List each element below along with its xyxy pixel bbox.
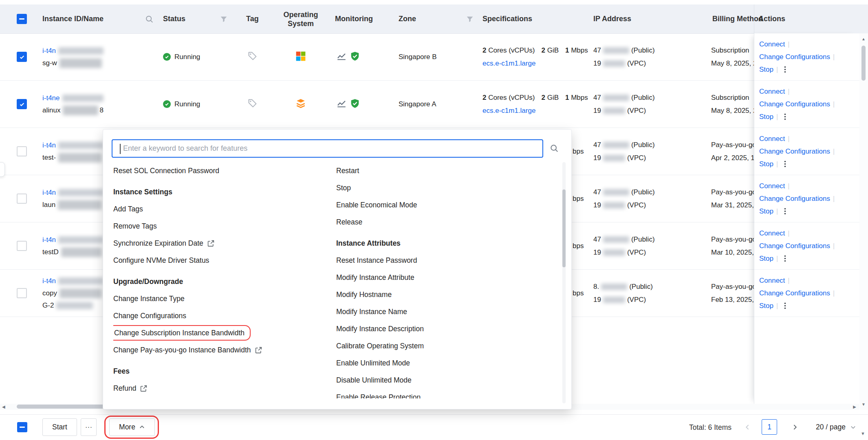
action-connect-link[interactable]: Connect bbox=[759, 135, 785, 143]
dropdown-scrollbar-thumb[interactable] bbox=[562, 189, 566, 267]
menu-item-reset-instance-password[interactable]: Reset Instance Password bbox=[336, 252, 417, 269]
kebab-menu-icon[interactable] bbox=[781, 160, 789, 168]
row-checkbox[interactable] bbox=[17, 288, 27, 298]
menu-item-change-pay-as-you-go-instance-bandwidth[interactable]: Change Pay-as-you-go Instance Bandwidth bbox=[113, 341, 262, 359]
spec-summary: 2 Cores (vCPUs)2 GiB1 Mbps bbox=[482, 45, 595, 56]
menu-item-stop[interactable]: Stop bbox=[336, 179, 351, 196]
action-connect-link[interactable]: Connect bbox=[759, 182, 785, 190]
kebab-menu-icon[interactable] bbox=[781, 255, 789, 262]
menu-item-enable-release-protection[interactable]: Enable Release Protection bbox=[336, 389, 421, 398]
action-stop-link[interactable]: Stop bbox=[759, 207, 773, 216]
menu-item-synchronize-expiration-date[interactable]: Synchronize Expiration Date bbox=[113, 235, 215, 252]
instance-type-link[interactable]: ecs.e-c1m1.large bbox=[482, 105, 535, 116]
scroll-down-arrow-icon[interactable]: ▼ bbox=[861, 401, 866, 407]
tag-icon[interactable] bbox=[248, 99, 257, 110]
menu-item-disable-unlimited-mode[interactable]: Disable Unlimited Mode bbox=[336, 372, 412, 389]
footer-select-checkbox[interactable] bbox=[17, 422, 27, 432]
menu-item-add-tags[interactable]: Add Tags bbox=[113, 200, 143, 218]
security-shield-icon[interactable] bbox=[350, 99, 360, 110]
instance-id-link[interactable]: i-t4n bbox=[42, 140, 56, 151]
kebab-menu-icon[interactable] bbox=[781, 66, 789, 73]
page-size-select[interactable]: 20 / page bbox=[816, 423, 856, 431]
menu-item-modify-instance-name[interactable]: Modify Instance Name bbox=[336, 303, 407, 320]
instance-id-link[interactable]: i-t4ne bbox=[42, 93, 60, 103]
menu-item-release[interactable]: Release bbox=[336, 213, 362, 231]
menu-item-change-subscription-instance-bandwidth[interactable]: Change Subscription Instance Bandwidth bbox=[113, 325, 251, 341]
scroll-up-arrow-icon[interactable]: ▲ bbox=[861, 36, 866, 42]
left-edge-handle[interactable] bbox=[0, 162, 5, 177]
instance-type-link[interactable]: ecs.e-c1m1.large bbox=[482, 58, 535, 69]
instance-id-link[interactable]: i-t4n bbox=[42, 46, 56, 56]
action-change-configurations-link[interactable]: Change Configurations bbox=[759, 53, 830, 61]
menu-item-reset-sol-connection-password[interactable]: Reset SOL Connection Password bbox=[113, 162, 219, 179]
row-checkbox[interactable] bbox=[17, 99, 27, 109]
next-page-button[interactable] bbox=[791, 424, 798, 431]
action-connect-link[interactable]: Connect bbox=[759, 229, 785, 238]
prev-page-button[interactable] bbox=[744, 424, 751, 431]
dropdown-menu-right: RestartStopEnable Economical ModeRelease… bbox=[336, 162, 548, 398]
action-stop-link[interactable]: Stop bbox=[759, 66, 773, 74]
action-change-configurations-link[interactable]: Change Configurations bbox=[759, 242, 830, 250]
security-shield-icon[interactable] bbox=[350, 51, 360, 63]
action-connect-link[interactable]: Connect bbox=[759, 88, 785, 96]
instance-id-link[interactable]: i-t4n bbox=[42, 187, 56, 198]
menu-item-modify-hostname[interactable]: Modify Hostname bbox=[336, 286, 392, 303]
menu-item-modify-instance-description[interactable]: Modify Instance Description bbox=[336, 320, 424, 337]
instance-name: sg-w bbox=[42, 58, 104, 68]
column-header-zone: Zone bbox=[399, 4, 416, 33]
zone-filter-icon[interactable] bbox=[466, 15, 474, 23]
scroll-right-arrow-icon[interactable]: ▶ bbox=[853, 404, 856, 410]
column-label: Operating System bbox=[277, 10, 324, 28]
menu-item-modify-instance-attribute[interactable]: Modify Instance Attribute bbox=[336, 269, 414, 286]
instance-search-icon[interactable] bbox=[145, 15, 154, 23]
instance-id-link[interactable]: i-t4n bbox=[42, 235, 56, 245]
ip-vpc: 19(VPC) bbox=[593, 294, 653, 305]
column-header-actions: Actions bbox=[758, 4, 785, 33]
status-label: Running bbox=[174, 100, 200, 108]
kebab-menu-icon[interactable] bbox=[781, 302, 789, 310]
kebab-menu-icon[interactable] bbox=[781, 207, 789, 215]
menu-item-enable-economical-mode[interactable]: Enable Economical Mode bbox=[336, 196, 417, 213]
menu-item-remove-tags[interactable]: Remove Tags bbox=[113, 218, 157, 235]
kebab-menu-icon[interactable] bbox=[781, 113, 789, 121]
action-change-configurations-link[interactable]: Change Configurations bbox=[759, 147, 830, 156]
action-stop-link[interactable]: Stop bbox=[759, 302, 773, 310]
row-checkbox[interactable] bbox=[17, 52, 27, 62]
search-icon[interactable] bbox=[550, 144, 559, 153]
instance-id-link[interactable]: i-t4n bbox=[42, 276, 56, 286]
batch-ellipsis-button[interactable]: ··· bbox=[81, 418, 97, 436]
status-filter-icon[interactable] bbox=[220, 15, 227, 23]
row-checkbox[interactable] bbox=[17, 194, 27, 204]
current-page-button[interactable]: 1 bbox=[762, 419, 777, 435]
action-connect-link[interactable]: Connect bbox=[759, 40, 785, 48]
action-stop-link[interactable]: Stop bbox=[759, 255, 773, 263]
billing-method: Subscription bbox=[711, 45, 754, 56]
menu-item-configure-nvme-driver-status[interactable]: Configure NVMe Driver Status bbox=[113, 252, 209, 269]
monitoring-chart-icon[interactable] bbox=[337, 99, 346, 110]
menu-item-restart[interactable]: Restart bbox=[336, 162, 359, 179]
redacted-text bbox=[603, 236, 629, 243]
action-change-configurations-link[interactable]: Change Configurations bbox=[759, 195, 830, 203]
action-change-configurations-link[interactable]: Change Configurations bbox=[759, 100, 830, 108]
menu-item-change-configurations[interactable]: Change Configurations bbox=[113, 307, 186, 324]
select-all-checkbox[interactable] bbox=[17, 14, 27, 24]
start-button[interactable]: Start bbox=[42, 418, 77, 436]
scroll-left-arrow-icon[interactable]: ◀ bbox=[2, 404, 5, 410]
page-scroll-down-arrow-icon[interactable]: ▼ bbox=[861, 431, 865, 436]
action-stop-link[interactable]: Stop bbox=[759, 113, 773, 121]
action-change-configurations-link[interactable]: Change Configurations bbox=[759, 289, 830, 297]
more-button[interactable]: More bbox=[109, 418, 155, 436]
menu-item-refund[interactable]: Refund bbox=[113, 380, 148, 397]
menu-item-enable-unlimited-mode[interactable]: Enable Unlimited Mode bbox=[336, 354, 410, 372]
feature-search-input[interactable] bbox=[112, 140, 542, 157]
action-stop-link[interactable]: Stop bbox=[759, 160, 773, 168]
tag-icon[interactable] bbox=[248, 51, 257, 62]
menu-item-change-instance-type[interactable]: Change Instance Type bbox=[113, 290, 185, 307]
row-checkbox[interactable] bbox=[17, 146, 27, 156]
menu-item-calibrate-operating-system[interactable]: Calibrate Operating System bbox=[336, 337, 424, 354]
monitoring-chart-icon[interactable] bbox=[337, 51, 346, 63]
action-connect-link[interactable]: Connect bbox=[759, 277, 785, 285]
redacted-text bbox=[58, 200, 102, 210]
row-checkbox[interactable] bbox=[17, 241, 27, 251]
vertical-scrollbar-thumb[interactable] bbox=[861, 46, 866, 81]
